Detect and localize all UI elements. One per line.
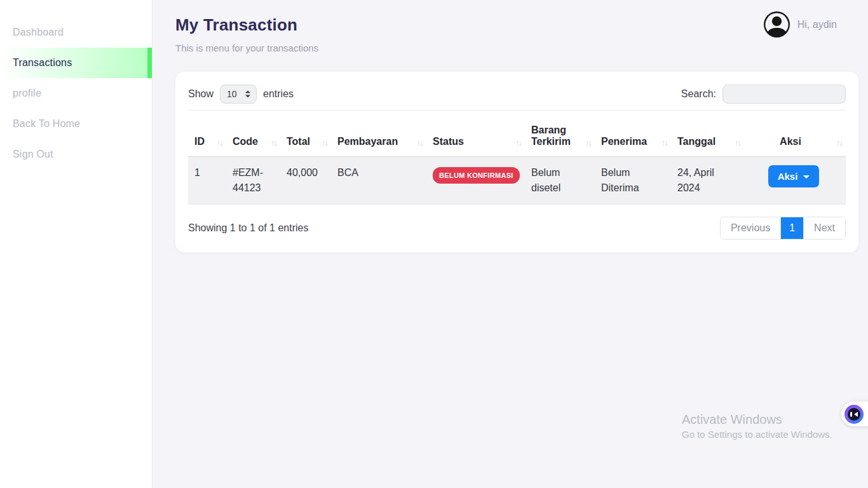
cell-aksi: Aksi [744, 157, 846, 205]
showing-info: Showing 1 to 1 of 1 entries [188, 222, 308, 234]
pagination-page-1-button[interactable]: 1 [781, 217, 803, 239]
user-menu[interactable]: Hi, aydin [764, 11, 837, 37]
assistant-bot-icon [844, 405, 864, 424]
user-greeting: Hi, aydin [797, 19, 837, 30]
cell-total: 40,000 [280, 157, 331, 205]
search-label: Search: [681, 88, 716, 100]
sort-icon: ↑↓ [322, 138, 327, 147]
cell-barang-terkirim: Belum disetel [525, 157, 595, 205]
column-header-code[interactable]: Code↑↓ [226, 111, 280, 157]
cell-code: #EZM-44123 [226, 157, 280, 205]
column-header-id[interactable]: ID↑↓ [188, 111, 226, 157]
user-avatar-icon [764, 11, 790, 37]
sort-icon: ↑↓ [585, 138, 591, 147]
sidebar-item-profile[interactable]: profile [0, 78, 152, 109]
show-label: Show [188, 88, 214, 100]
entries-select-value: 10 [227, 89, 237, 99]
sidebar-item-sign-out[interactable]: Sign Out [0, 139, 152, 170]
column-header-tanggal[interactable]: Tanggal↑↓ [671, 111, 744, 157]
table-header-row: ID↑↓ Code↑↓ Total↑↓ Pembayaran↑↓ Status↑… [188, 111, 846, 157]
column-header-pembayaran[interactable]: Pembayaran↑↓ [331, 111, 426, 157]
pagination-previous-button[interactable]: Previous [721, 217, 781, 239]
caret-down-icon [803, 175, 810, 179]
cell-id: 1 [188, 157, 226, 205]
sidebar-item-back-to-home[interactable]: Back To Home [0, 109, 152, 139]
entries-control: Show 10 entries [188, 85, 294, 104]
status-badge: BELUM KONFIRMASI [433, 167, 520, 184]
column-header-barang-terkirim[interactable]: Barang Terkirim↑↓ [525, 111, 595, 157]
column-header-penerima[interactable]: Penerima↑↓ [595, 111, 671, 157]
table-footer: Showing 1 to 1 of 1 entries Previous 1 N… [188, 217, 846, 240]
watermark-subtitle: Go to Settings to activate Windows. [682, 429, 832, 440]
sort-icon: ↑↓ [217, 138, 222, 147]
entries-label: entries [263, 88, 294, 100]
table-row: 1 #EZM-44123 40,000 BCA BELUM KONFIRMASI… [188, 157, 846, 205]
sidebar: Dashboard Transactions profile Back To H… [0, 0, 153, 488]
aksi-dropdown-button[interactable]: Aksi [768, 165, 820, 187]
assistant-widget[interactable] [841, 402, 868, 426]
sort-icon: ↑↓ [661, 138, 667, 147]
search-control: Search: [681, 85, 846, 104]
transactions-card: Show 10 entries Search: ID↑↓ Co [175, 72, 858, 252]
cell-status: BELUM KONFIRMASI [426, 157, 525, 205]
cell-tanggal: 24, April 2024 [671, 157, 744, 205]
watermark-title: Activate Windows [682, 412, 832, 427]
column-header-aksi[interactable]: Aksi↑↓ [744, 111, 846, 157]
sort-icon: ↑↓ [271, 138, 276, 147]
column-header-total[interactable]: Total↑↓ [280, 111, 331, 157]
sidebar-item-transactions[interactable]: Transactions [0, 48, 152, 78]
bot-eye-right [854, 412, 858, 417]
activate-windows-watermark: Activate Windows Go to Settings to activ… [682, 412, 832, 440]
cell-pembayaran: BCA [331, 157, 426, 205]
pagination: Previous 1 Next [720, 217, 846, 240]
transactions-table: ID↑↓ Code↑↓ Total↑↓ Pembayaran↑↓ Status↑… [188, 110, 846, 205]
sidebar-nav: Dashboard Transactions profile Back To H… [0, 0, 152, 170]
bot-eye-left [850, 412, 852, 417]
sort-icon: ↑↓ [836, 138, 842, 147]
search-input[interactable] [722, 85, 846, 104]
table-controls: Show 10 entries Search: [188, 85, 846, 104]
cell-penerima: Belum Diterima [595, 157, 671, 205]
entries-select[interactable]: 10 [220, 85, 257, 104]
select-arrows-icon [245, 90, 251, 98]
sidebar-item-dashboard[interactable]: Dashboard [0, 17, 152, 48]
pagination-next-button[interactable]: Next [803, 217, 845, 239]
page-title: My Transaction [175, 15, 845, 35]
sort-icon: ↑↓ [417, 138, 423, 147]
column-header-status[interactable]: Status↑↓ [426, 111, 525, 157]
sort-icon: ↑↓ [515, 138, 521, 147]
assistant-bot-face [848, 408, 860, 421]
page-subtitle: This is menu for your transactions [175, 43, 845, 53]
page-header: My Transaction This is menu for your tra… [153, 0, 868, 53]
sort-icon: ↑↓ [735, 138, 740, 147]
